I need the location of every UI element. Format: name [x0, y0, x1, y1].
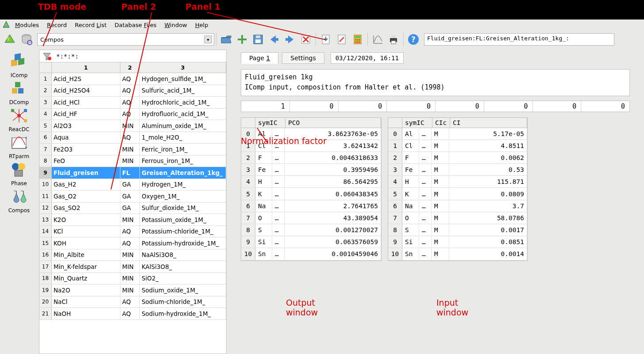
- sidebar-icomp[interactable]: IComp: [4, 53, 35, 79]
- table-row[interactable]: 1 Cl … M 4.8511: [388, 140, 527, 152]
- anno-panel2: Panel 2: [121, 2, 156, 12]
- chevron-down-icon[interactable]: ▾: [204, 35, 212, 43]
- out-col-symic: symIC: [255, 118, 285, 128]
- sidebar-compos[interactable]: Compos: [4, 188, 35, 214]
- list-row[interactable]: 20 NaCl AQ Sodium-chloride_1M_: [39, 296, 226, 308]
- svg-rect-1: [8, 37, 9, 41]
- list-row[interactable]: 16 Min_Albite MIN NaAlSi3O8_: [39, 249, 226, 261]
- menu-modules[interactable]: Modules: [13, 21, 41, 29]
- arrow-right-icon[interactable]: [282, 31, 298, 47]
- list-row[interactable]: 5 Al2O3 MIN Aluminum_oxide_1M_: [39, 120, 226, 132]
- table-row[interactable]: 5 K … M 0.0809: [388, 188, 527, 200]
- svg-point-16: [357, 42, 359, 43]
- col-3[interactable]: 3: [140, 62, 226, 73]
- list-row[interactable]: 11 Gas_O2 GA Oxygen_1M_: [39, 191, 226, 202]
- table-row[interactable]: 9 Si … M 0.0851: [388, 236, 527, 248]
- menu-record[interactable]: Record: [45, 21, 69, 29]
- save-icon[interactable]: [250, 31, 266, 47]
- tab-settings[interactable]: Settings: [282, 52, 324, 64]
- list-row[interactable]: 3 Acid_HCl AQ Hydrochloric_acid_1M_: [39, 97, 226, 109]
- record-path-field[interactable]: Fluid_greisen:FL:Greisen_Alteration_1kg_…: [424, 33, 614, 46]
- list-row[interactable]: 15 KOH AQ Potassium-hydroxide_1M_: [39, 237, 226, 249]
- svg-point-13: [357, 39, 359, 41]
- list-row[interactable]: 9 Fluid_greisen FL Greisen_Alteration_1k…: [39, 167, 226, 179]
- table-row[interactable]: 4 H … 86.564295: [241, 176, 381, 188]
- sidebar-phase[interactable]: Phase: [4, 161, 35, 187]
- filter-funnel-icon[interactable]: [39, 51, 54, 62]
- menu-window[interactable]: Window: [162, 21, 189, 29]
- print-icon[interactable]: [386, 31, 401, 47]
- svg-rect-36: [11, 109, 14, 112]
- list-row[interactable]: 19 Na2O MIN Sodium_oxide_1M_: [39, 284, 226, 296]
- out-col-pco: PCO: [285, 118, 381, 128]
- svg-rect-6: [256, 35, 260, 38]
- list-row[interactable]: 12 Gas_SO2 GA Sulfur_dioxide_1M_: [39, 202, 226, 214]
- table-row[interactable]: 5 K … 0.060438345: [241, 188, 381, 200]
- edit-icon[interactable]: [334, 31, 350, 47]
- table-row[interactable]: 6 Na … 2.7641765: [241, 200, 381, 212]
- tdb-mode-icon[interactable]: [2, 31, 18, 47]
- list-header: 1 2 3: [39, 62, 226, 73]
- module-combo[interactable]: Compos ▾: [37, 33, 214, 46]
- in-col-cic: CIc: [432, 118, 450, 128]
- plot-icon[interactable]: [370, 31, 386, 47]
- svg-rect-19: [391, 35, 396, 38]
- table-row[interactable]: 3 Fe … M 0.53: [388, 164, 527, 176]
- table-row[interactable]: 9 Si … 0.063576059: [241, 236, 381, 248]
- input-table[interactable]: symIC CIc CI 0 Al … M 5.17e-051 Cl … M 4…: [388, 117, 528, 261]
- list-row[interactable]: 17 Min_K-feldspar MIN KAlSi3O8_: [39, 261, 226, 273]
- svg-rect-38: [24, 119, 27, 122]
- list-row[interactable]: 14 KCl AQ Potassium-chloride_1M_: [39, 226, 226, 238]
- menu-recordlist[interactable]: Record List: [73, 21, 108, 29]
- table-row[interactable]: 10 Sn … 0.0010459046: [241, 248, 381, 260]
- svg-point-17: [359, 42, 360, 43]
- table-row[interactable]: 2 F … M 0.0062: [388, 152, 527, 164]
- in-col-symic: symIC: [402, 118, 432, 128]
- table-row[interactable]: 4 H … M 115.871: [388, 176, 527, 188]
- svg-rect-23: [11, 59, 17, 66]
- list-row[interactable]: 21 NaOH AQ Sodium-hydroxide_1M_: [39, 308, 226, 320]
- svg-point-12: [355, 39, 357, 41]
- list-row[interactable]: 13 K2O MIN Potassium_oxide_1M_: [39, 214, 226, 226]
- desc-line1: Fluid_greisen 1kg: [245, 72, 626, 82]
- menu-dbfiles[interactable]: Database Files: [113, 21, 158, 29]
- table-row[interactable]: 10 Sn … M 0.0014: [388, 248, 527, 260]
- anno-output-window: Output window: [286, 298, 318, 317]
- sidebar-dcomp[interactable]: DComp: [4, 80, 35, 106]
- svg-rect-5: [255, 39, 261, 43]
- help-icon[interactable]: ?: [405, 31, 421, 47]
- col-1[interactable]: 1: [52, 62, 120, 73]
- sidebar-rtparm[interactable]: RTparm: [4, 134, 35, 160]
- list-row[interactable]: 7 Fe2O3 MIN Ferric_iron_1M_: [39, 144, 226, 156]
- table-row[interactable]: 6 Na … M 3.7: [388, 200, 527, 212]
- add-icon[interactable]: [234, 31, 250, 47]
- table-row[interactable]: 0 Al … M 5.17e-05: [388, 128, 527, 140]
- col-2[interactable]: 2: [120, 62, 140, 73]
- list-row[interactable]: 4 Acid_HF AQ Hydrofluoric_acid_1M_: [39, 109, 226, 121]
- sidebar-reacdc[interactable]: ReacDC: [4, 107, 35, 133]
- table-row[interactable]: 8 S … 0.001270027: [241, 224, 381, 236]
- list-row[interactable]: 1 Acid_H2S AQ Hydogen_sulfide_1M_: [39, 73, 226, 85]
- table-row[interactable]: 8 S … M 0.0017: [388, 224, 527, 236]
- table-row[interactable]: 7 O … M 58.0786: [388, 212, 527, 224]
- list-row[interactable]: 18 Min_Quartz MIN SiO2_: [39, 273, 226, 285]
- svg-rect-0: [5, 24, 7, 26]
- table-row[interactable]: 3 Fe … 0.3959496: [241, 164, 381, 176]
- normalization-row[interactable]: 10000000: [241, 101, 630, 112]
- list-row[interactable]: 10 Gas_H2 GA Hydrogen_1M_: [39, 179, 226, 191]
- open-icon[interactable]: [218, 31, 234, 47]
- list-row[interactable]: 6 Aqua AQ 1_mole_H2O_: [39, 132, 226, 144]
- list-row[interactable]: 8 FeO MIN Ferrous_iron_1M_: [39, 156, 226, 167]
- database-icon[interactable]: [19, 31, 35, 47]
- tab-page1[interactable]: Page 1: [241, 52, 278, 64]
- description-box[interactable]: Fluid_greisen 1kg IComp input, compositi…: [241, 69, 630, 96]
- table-row[interactable]: 2 F … 0.0046318633: [241, 152, 381, 164]
- menu-help[interactable]: Help: [193, 21, 210, 29]
- calculator-icon[interactable]: [350, 31, 366, 47]
- anno-norm-factor: Normalization factor: [241, 136, 327, 146]
- app-logo-icon: [2, 20, 11, 28]
- svg-point-43: [48, 57, 51, 60]
- table-row[interactable]: 7 O … 43.389054: [241, 212, 381, 224]
- svg-rect-11: [355, 36, 360, 38]
- arrow-left-icon[interactable]: [266, 31, 282, 47]
